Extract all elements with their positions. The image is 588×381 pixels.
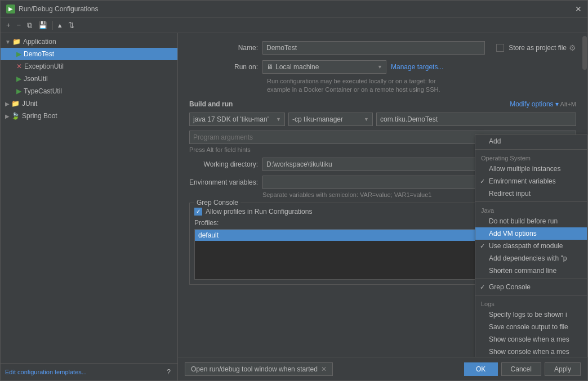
- os-section-label: Operating System: [475, 151, 587, 163]
- bottom-right-buttons: OK Cancel Apply: [464, 362, 581, 376]
- menu-grep-console[interactable]: ✓ Grep Console: [475, 281, 587, 293]
- menu-add-deps-label: Add dependencies with "p: [489, 254, 567, 262]
- menu-add-item[interactable]: Add: [475, 135, 587, 147]
- menu-specify-logs-label: Specify logs to be shown i: [489, 311, 567, 319]
- config-tree: ▼ 📁 Application ▶ DemoTest ✕ ExceptionUt…: [1, 33, 177, 363]
- run-on-dropdown-arrow: ▼: [377, 64, 382, 70]
- add-config-button[interactable]: +: [4, 20, 13, 30]
- save-config-button[interactable]: 💾: [36, 20, 50, 30]
- allow-profiles-checkbox[interactable]: ✓: [194, 208, 202, 216]
- apply-button[interactable]: Apply: [545, 362, 581, 376]
- title-bar: ▶ Run/Debug Configurations ✕: [1, 1, 587, 17]
- manage-targets-link[interactable]: Manage targets...: [391, 63, 443, 71]
- env-vars-label: Environment variables:: [189, 178, 262, 186]
- run-on-row: Run on: 🖥 Local machine ▼ Manage targets…: [189, 60, 576, 74]
- menu-specify-logs[interactable]: Specify logs to be shown i: [475, 308, 587, 321]
- gear-icon[interactable]: ⚙: [569, 43, 576, 52]
- right-panel-scroll: Name: Store as project file ⚙ Run on:: [178, 33, 587, 357]
- menu-redirect-input[interactable]: Redirect input: [475, 187, 587, 200]
- menu-allow-multiple[interactable]: Allow multiple instances: [475, 163, 587, 175]
- toolbar-separator: [52, 21, 53, 30]
- move-up-button[interactable]: ▴: [56, 20, 64, 30]
- spring-boot-arrow: ▶: [5, 113, 10, 119]
- allow-profiles-label: Allow profiles in Run Configurations: [206, 208, 312, 216]
- junit-icon: 📁: [11, 100, 20, 107]
- tree-group-junit[interactable]: ▶ 📁 JUnit: [1, 97, 177, 110]
- store-as-project-label: Store as project file: [509, 44, 567, 52]
- sort-button[interactable]: ⇅: [66, 20, 77, 30]
- menu-separator-3: [475, 279, 587, 279]
- sdk-value: java 17 SDK of 'tiku-man': [193, 115, 269, 123]
- tree-group-application[interactable]: ▼ 📁 Application: [1, 35, 177, 48]
- run-on-value: Local machine: [275, 63, 375, 71]
- menu-shorten-cmd[interactable]: Shorten command line: [475, 265, 587, 277]
- grep-console-legend: Grep Console: [194, 199, 240, 207]
- expand-arrow: ▼: [5, 39, 11, 45]
- main-content: ▼ 📁 Application ▶ DemoTest ✕ ExceptionUt…: [1, 33, 587, 380]
- menu-show-console-1[interactable]: Show console when a mes: [475, 333, 587, 346]
- menu-add-deps[interactable]: Add dependencies with "p: [475, 252, 587, 265]
- junit-arrow: ▶: [5, 101, 10, 107]
- title-bar-left: ▶ Run/Debug Configurations: [6, 5, 98, 14]
- bottom-bar: Open run/debug tool window when started …: [178, 357, 587, 380]
- chevron-down-icon: ▾: [555, 100, 559, 108]
- cp-value: -cp tiku-manager: [292, 115, 343, 123]
- remove-config-button[interactable]: −: [15, 20, 24, 30]
- name-input[interactable]: [262, 41, 485, 55]
- exceptionutil-label: ExceptionUtil: [24, 62, 64, 70]
- tree-item-typecastutil[interactable]: ▶ TypeCastUtil: [1, 85, 177, 97]
- menu-add-vm-options[interactable]: Add VM options: [475, 227, 587, 240]
- name-label: Name:: [189, 44, 262, 52]
- open-tool-window-button[interactable]: Open run/debug tool window when started …: [185, 362, 333, 376]
- name-row: Name: Store as project file ⚙: [189, 41, 576, 55]
- demotest-label: DemoTest: [24, 50, 54, 58]
- working-dir-label: Working directory:: [189, 160, 262, 168]
- run-on-label: Run on:: [189, 63, 262, 71]
- dialog-icon: ▶: [6, 5, 15, 14]
- main-class-input[interactable]: [376, 113, 576, 126]
- tree-item-demotest[interactable]: ▶ DemoTest: [1, 48, 177, 60]
- close-tag-icon: ✕: [321, 365, 327, 373]
- typecastutil-label: TypeCastUtil: [24, 87, 62, 95]
- modify-options-shortcut: Alt+M: [560, 101, 576, 107]
- logs-section-label: Logs: [475, 297, 587, 308]
- modify-options-button[interactable]: Modify options ▾ Alt+M: [510, 100, 576, 108]
- tree-item-exceptionutil[interactable]: ✕ ExceptionUtil: [1, 60, 177, 73]
- tree-group-spring-boot[interactable]: ▶ 🍃 Spring Boot: [1, 110, 177, 122]
- ok-button[interactable]: OK: [464, 362, 498, 376]
- menu-use-classpath[interactable]: ✓ Use classpath of module: [475, 240, 587, 252]
- menu-save-console[interactable]: Save console output to file: [475, 321, 587, 333]
- copy-config-button[interactable]: ⧉: [25, 20, 34, 31]
- menu-env-vars[interactable]: ✓ Environment variables: [475, 175, 587, 187]
- menu-add-vm-label: Add VM options: [489, 230, 537, 237]
- typecastutil-icon: ▶: [16, 87, 21, 95]
- scrollbar-thumb[interactable]: [582, 36, 587, 70]
- menu-redirect-label: Redirect input: [489, 190, 531, 198]
- menu-no-build[interactable]: Do not build before run: [475, 215, 587, 227]
- menu-show-console-2-label: Show console when a mes: [489, 348, 569, 356]
- run-on-machine-icon: 🖥: [266, 63, 273, 71]
- classpath-check: ✓: [480, 243, 485, 250]
- tree-item-jsonutil[interactable]: ▶ JsonUtil: [1, 73, 177, 85]
- store-as-project-checkbox[interactable]: [496, 44, 504, 52]
- build-run-section-title: Build and run Modify options ▾ Alt+M: [189, 100, 576, 108]
- cancel-button[interactable]: Cancel: [501, 362, 541, 376]
- sdk-select[interactable]: java 17 SDK of 'tiku-man' ▼: [189, 113, 285, 126]
- run-on-select[interactable]: 🖥 Local machine ▼: [262, 60, 386, 74]
- dropdown-menu: Add Operating System Allow multiple inst…: [475, 135, 587, 357]
- cp-select[interactable]: -cp tiku-manager ▼: [288, 113, 373, 126]
- menu-separator-1: [475, 149, 587, 150]
- cp-dropdown-arrow: ▼: [364, 116, 369, 122]
- menu-grep-console-label: Grep Console: [489, 283, 531, 291]
- close-button[interactable]: ✕: [575, 5, 582, 14]
- modify-options-label: Modify options: [510, 100, 553, 108]
- jsonutil-label: JsonUtil: [24, 75, 48, 83]
- jsonutil-icon: ▶: [16, 75, 21, 83]
- menu-separator-2: [475, 201, 587, 202]
- menu-show-console-2[interactable]: Show console when a mes: [475, 346, 587, 357]
- sdk-dropdown-arrow: ▼: [276, 116, 281, 122]
- demotest-icon: ▶: [16, 50, 21, 58]
- edit-templates-link[interactable]: Edit configuration templates...: [5, 369, 87, 375]
- help-button[interactable]: ?: [164, 367, 173, 377]
- application-group-label: Application: [23, 38, 56, 46]
